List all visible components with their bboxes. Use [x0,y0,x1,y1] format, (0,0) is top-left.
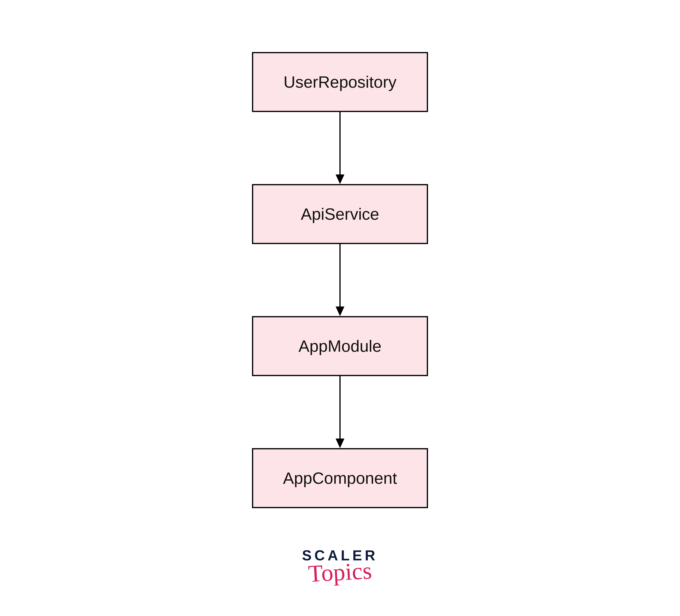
node-label: UserRepository [283,73,396,91]
node-app-module: AppModule [252,316,428,376]
node-label: AppComponent [283,469,397,487]
arrow-down-icon [334,244,346,316]
diagram-canvas: UserRepository ApiService AppModule AppC… [0,0,680,616]
svg-marker-3 [336,307,344,316]
brand-logo: SCALER Topics [302,548,378,584]
arrow-3 [334,376,346,448]
node-label: ApiService [301,205,379,223]
svg-marker-1 [336,174,344,184]
brand-line-2: Topics [308,559,372,586]
node-user-repository: UserRepository [252,52,428,112]
arrow-1 [334,112,346,184]
node-api-service: ApiService [252,184,428,244]
arrow-down-icon [334,112,346,184]
arrow-down-icon [334,376,346,448]
svg-marker-5 [336,439,344,448]
node-label: AppModule [299,337,381,356]
arrow-2 [334,244,346,316]
node-app-component: AppComponent [252,448,428,508]
